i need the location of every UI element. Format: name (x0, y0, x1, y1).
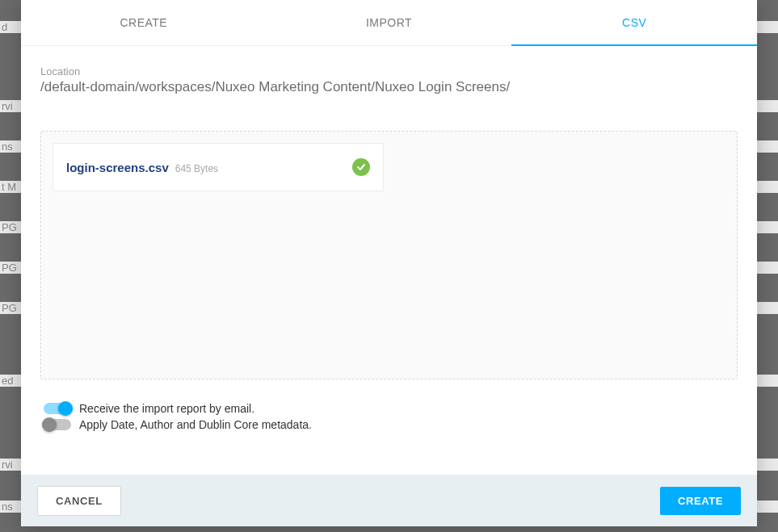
check-icon (352, 158, 370, 176)
create-button[interactable]: CREATE (660, 487, 741, 515)
tab-create[interactable]: CREATE (21, 0, 267, 45)
option-apply-metadata-label: Apply Date, Author and Dublin Core metad… (79, 418, 312, 431)
option-email-report-label: Receive the import report by email. (79, 402, 254, 415)
cancel-button[interactable]: CANCEL (37, 486, 121, 516)
file-name: login-screens.csv (66, 161, 169, 174)
options-group: Receive the import report by email. Appl… (44, 402, 738, 434)
tab-import[interactable]: IMPORT (267, 0, 512, 45)
modal-footer: CANCEL CREATE (21, 475, 757, 526)
location-label: Location (40, 65, 738, 77)
import-modal: CREATE IMPORT CSV Location /default-doma… (21, 0, 757, 526)
file-size: 645 Bytes (175, 163, 218, 174)
file-card: login-screens.csv 645 Bytes (53, 143, 384, 191)
location-path: /default-domain/workspaces/Nuxeo Marketi… (40, 79, 738, 95)
option-apply-metadata: Apply Date, Author and Dublin Core metad… (44, 418, 738, 431)
file-info: login-screens.csv 645 Bytes (66, 161, 218, 174)
tabs-bar: CREATE IMPORT CSV (21, 0, 757, 46)
toggle-email-report[interactable] (44, 403, 71, 414)
option-email-report: Receive the import report by email. (44, 402, 738, 415)
file-dropzone[interactable]: login-screens.csv 645 Bytes (40, 131, 738, 379)
toggle-apply-metadata[interactable] (44, 419, 71, 430)
modal-content: Location /default-domain/workspaces/Nuxe… (21, 46, 757, 475)
tab-csv[interactable]: CSV (511, 0, 757, 45)
